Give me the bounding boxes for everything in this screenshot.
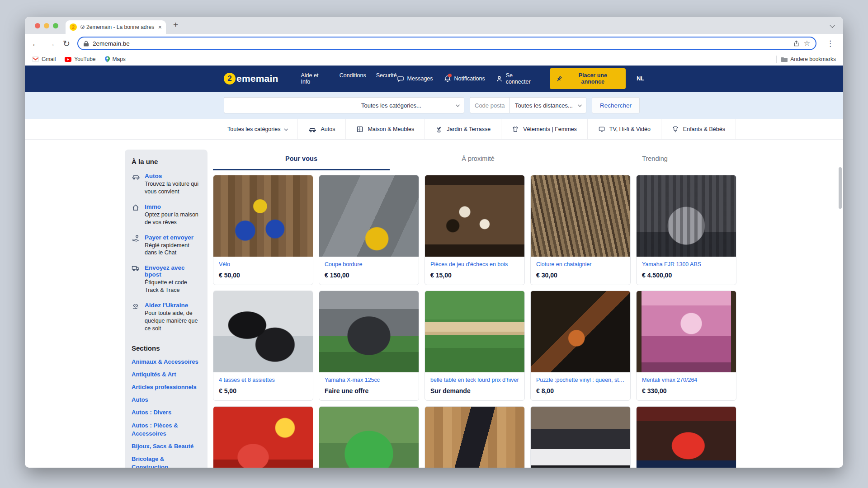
listing-card[interactable]: Mentali vmax 270/264 € 330,00 bbox=[636, 291, 736, 401]
listing-card[interactable] bbox=[530, 406, 631, 468]
listing-photo-tshirt[interactable] bbox=[319, 407, 419, 468]
minimize-window-button[interactable] bbox=[44, 23, 49, 28]
section-link-articles-pro[interactable]: Articles professionnels bbox=[132, 383, 201, 391]
search-input[interactable] bbox=[224, 97, 356, 113]
category-maison-meubles[interactable]: Maison & Meubles bbox=[346, 119, 425, 139]
listing-card[interactable] bbox=[319, 406, 419, 468]
new-tab-button[interactable]: + bbox=[173, 20, 178, 30]
listing-card[interactable]: Cloture en chataignier € 30,00 bbox=[530, 175, 631, 285]
browser-menu-icon[interactable]: ⋮ bbox=[824, 39, 837, 48]
plant-icon bbox=[435, 126, 443, 133]
listing-card[interactable]: Puzzle :pochette vinyl : queen, sto... €… bbox=[530, 291, 631, 401]
nav-aide-et-info[interactable]: Aide et Info bbox=[301, 72, 329, 85]
forward-icon[interactable]: → bbox=[47, 39, 56, 48]
site-header: 2 ememain Aide et Info Conditions Securi… bbox=[25, 66, 843, 92]
heart-hand-icon bbox=[132, 302, 141, 333]
listing-card[interactable] bbox=[425, 406, 525, 468]
listing-photo-coupe-bordure[interactable] bbox=[319, 175, 419, 257]
category-vetements-femmes[interactable]: Vêtements | Femmes bbox=[501, 119, 588, 139]
nav-securite[interactable]: Securité bbox=[376, 72, 397, 85]
bookmark-star-icon[interactable]: ☆ bbox=[804, 40, 810, 47]
bookmark-gmail[interactable]: Gmail bbox=[32, 56, 56, 62]
section-link-autos-divers[interactable]: Autos : Divers bbox=[132, 408, 201, 417]
share-icon[interactable] bbox=[793, 40, 800, 47]
sidebar-item-envoyez-avec-bpost[interactable]: Envoyez avec bpost Étiquette et code Tra… bbox=[132, 264, 201, 294]
featured-title: À la une bbox=[132, 158, 201, 165]
listing-card[interactable]: Vélo € 50,00 bbox=[213, 175, 313, 285]
sidebar-item-autos[interactable]: Autos Trouvez la voiture qui vous convie… bbox=[132, 173, 201, 196]
close-window-button[interactable] bbox=[35, 23, 40, 28]
category-jardin-terrasse[interactable]: Jardin & Terrasse bbox=[425, 119, 501, 139]
postal-code-input[interactable] bbox=[470, 97, 509, 113]
browser-tab[interactable]: 2 ② 2ememain - La bonne adres × bbox=[66, 20, 166, 34]
listing-card[interactable]: Coupe bordure € 150,00 bbox=[319, 175, 419, 285]
header-nav: Aide et Info Conditions Securité bbox=[301, 72, 396, 85]
tab-a-proximite[interactable]: À proximité bbox=[390, 155, 566, 170]
listing-photo-tasses-assiettes[interactable] bbox=[213, 291, 313, 372]
folder-icon bbox=[781, 57, 788, 62]
notifications-button[interactable]: Notifications bbox=[444, 75, 485, 82]
search-submit-button[interactable]: Rechercher bbox=[592, 97, 640, 113]
category-bar: Toutes les catégories Autos Maison & Meu… bbox=[25, 119, 843, 140]
listing-card[interactable]: 4 tasses et 8 assiettes € 5,00 bbox=[213, 291, 313, 401]
distance-select[interactable]: Toutes les distances... bbox=[509, 97, 586, 113]
category-tv-hifi-video[interactable]: TV, Hi-fi & Vidéo bbox=[588, 119, 661, 139]
listing-photo-velo[interactable] bbox=[213, 175, 313, 257]
login-button[interactable]: Se connecter bbox=[496, 72, 539, 85]
all-categories-menu[interactable]: Toutes les catégories bbox=[217, 119, 298, 139]
section-link-bricolage[interactable]: Bricolage & Construction bbox=[132, 455, 201, 468]
page-scrollbar[interactable] bbox=[839, 167, 842, 209]
address-bar[interactable]: 2ememain.be ☆ bbox=[77, 37, 816, 50]
sections-title: Sections bbox=[132, 344, 201, 352]
listing-photo-yamaha-fjr[interactable] bbox=[637, 175, 736, 257]
tab-trending[interactable]: Trending bbox=[566, 155, 743, 170]
main-feed: Pour vous À proximité Trending Vélo € 50… bbox=[213, 140, 743, 468]
tab-close-icon[interactable]: × bbox=[158, 23, 162, 31]
listing-photo-cloture[interactable] bbox=[531, 175, 630, 257]
sidebar-item-payer-et-envoyer[interactable]: Payer et envoyer Réglé rapidement dans l… bbox=[132, 234, 201, 257]
category-enfants-bebes[interactable]: Enfants & Bébés bbox=[661, 119, 736, 139]
listing-card[interactable]: Yamaha FJR 1300 ABS € 4.500,00 bbox=[636, 175, 736, 285]
listing-card[interactable]: Pièces de jeu d'échecs en bois € 15,00 bbox=[425, 175, 525, 285]
section-link-antiquites[interactable]: Antiquités & Art bbox=[132, 371, 201, 379]
language-toggle[interactable]: NL bbox=[637, 75, 644, 82]
listing-photo-table-teck[interactable] bbox=[425, 291, 524, 372]
section-link-autos[interactable]: Autos bbox=[132, 396, 201, 404]
listing-photo-echecs[interactable] bbox=[425, 175, 524, 257]
zoom-window-button[interactable] bbox=[53, 23, 58, 28]
section-link-bijoux[interactable]: Bijoux, Sacs & Beauté bbox=[132, 442, 201, 450]
listing-photo-pokemon-card[interactable] bbox=[637, 291, 736, 372]
listing-card[interactable]: belle table en teck lourd prix d'hiver S… bbox=[425, 291, 525, 401]
bookmark-maps[interactable]: Maps bbox=[105, 56, 126, 62]
reload-icon[interactable]: ↻ bbox=[63, 39, 70, 48]
category-autos[interactable]: Autos bbox=[298, 119, 346, 139]
listing-card[interactable] bbox=[213, 406, 313, 468]
bookmark-youtube[interactable]: YouTube bbox=[65, 56, 95, 62]
section-link-autos-pieces[interactable]: Autos : Pièces & Accessoires bbox=[132, 422, 201, 438]
tab-pour-vous[interactable]: Pour vous bbox=[213, 155, 390, 170]
listing-photo-cars-puzzle[interactable] bbox=[213, 407, 313, 468]
listing-photo-yamaha-xmax[interactable] bbox=[319, 291, 419, 372]
tab-favicon-icon: 2 bbox=[70, 23, 77, 31]
nav-conditions[interactable]: Conditions bbox=[340, 72, 366, 85]
section-link-animaux[interactable]: Animaux & Accessoires bbox=[132, 358, 201, 366]
page-content: 2 ememain Aide et Info Conditions Securi… bbox=[25, 66, 843, 468]
sidebar-item-aidez-ukraine[interactable]: Aidez l'Ukraine Pour toute aide, de quel… bbox=[132, 302, 201, 333]
tab-search-chevron-icon[interactable] bbox=[830, 23, 835, 28]
site-logo[interactable]: 2 ememain bbox=[224, 73, 278, 84]
back-icon[interactable]: ← bbox=[31, 39, 40, 48]
listing-card[interactable] bbox=[636, 406, 736, 468]
listing-photo-vinyl[interactable] bbox=[531, 291, 630, 372]
listing-photo-voiture-rc[interactable] bbox=[637, 407, 736, 468]
place-ad-button[interactable]: Placer une annonce bbox=[550, 68, 626, 89]
other-bookmarks-button[interactable]: Andere bookmarks bbox=[781, 56, 836, 62]
listing-photo-guitare[interactable] bbox=[425, 407, 524, 468]
listing-card[interactable]: Yamaha X-max 125cc Faire une offre bbox=[319, 291, 419, 401]
listing-photo-clavier[interactable] bbox=[531, 407, 630, 468]
car-icon bbox=[308, 126, 316, 132]
search-section: Toutes les catégories... Toutes les dist… bbox=[25, 92, 843, 119]
url-text: 2ememain.be bbox=[93, 40, 789, 47]
category-select[interactable]: Toutes les catégories... bbox=[356, 97, 464, 113]
sidebar-item-immo[interactable]: Immo Optez pour la maison de vos rêves bbox=[132, 203, 201, 226]
messages-button[interactable]: Messages bbox=[397, 75, 433, 82]
